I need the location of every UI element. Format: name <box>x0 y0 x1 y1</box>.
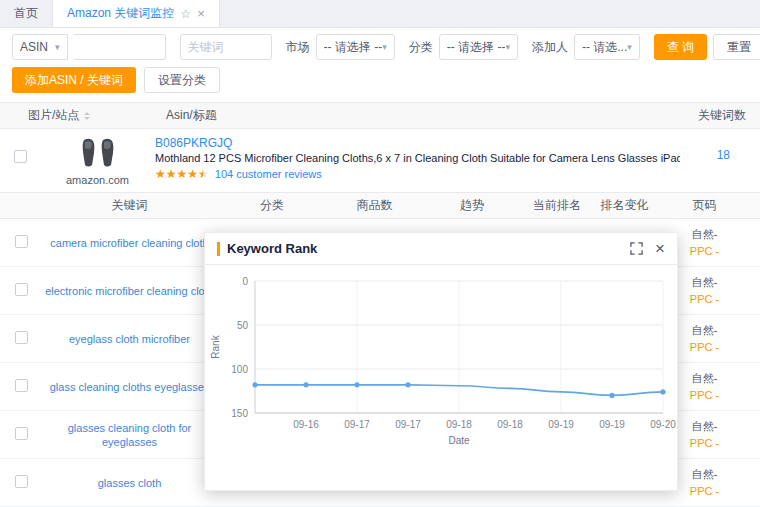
column-current-rank: 当前排名 <box>522 197 592 214</box>
svg-text:09-18: 09-18 <box>497 419 523 430</box>
column-rank-change: 排名变化 <box>592 197 657 214</box>
tab-close-icon[interactable]: × <box>197 7 205 20</box>
search-button[interactable]: 查 询 <box>654 34 707 60</box>
svg-text:0: 0 <box>242 276 248 287</box>
table-header: 图片/站点 Asin/标题 关键词数 <box>0 102 760 129</box>
market-select[interactable]: -- 请选择 -- ▾ <box>316 34 395 60</box>
svg-text:150: 150 <box>231 408 248 419</box>
site-label: amazon.com <box>40 174 155 186</box>
product-row: amazon.com B086PKRGJQ Mothland 12 PCS Mi… <box>0 129 760 193</box>
category-label: 分类 <box>409 39 433 56</box>
tab-label: Amazon 关键词监控 <box>67 5 174 22</box>
modal-close-icon[interactable]: × <box>655 240 665 257</box>
keyword-link[interactable]: glass cleaning cloths eyeglasses <box>50 381 210 393</box>
keyword-rank-modal: Keyword Rank × 05010015009-1609-1709-170… <box>204 232 678 491</box>
svg-text:09-18: 09-18 <box>446 419 472 430</box>
market-value: -- 请选择 -- <box>324 39 383 56</box>
keyword-link[interactable]: glasses cloth <box>98 477 162 489</box>
chevron-down-icon: ▾ <box>505 42 510 52</box>
row-checkbox[interactable] <box>15 235 28 248</box>
modal-header: Keyword Rank × <box>205 233 677 265</box>
owner-value: -- 请选... <box>582 39 627 56</box>
column-keyword: 关键词 <box>42 197 217 214</box>
row-checkbox[interactable] <box>15 331 28 344</box>
asin-type-select[interactable]: ASIN ▾ <box>12 34 68 60</box>
svg-text:50: 50 <box>237 320 249 331</box>
svg-text:100: 100 <box>231 364 248 375</box>
keyword-link[interactable]: glasses cleaning cloth for eyeglasses <box>68 422 192 448</box>
column-product-count: 商品数 <box>327 197 422 214</box>
svg-text:Date: Date <box>448 435 470 446</box>
product-image[interactable] <box>75 136 121 170</box>
keyword-link[interactable]: eyeglass cloth microfiber <box>69 333 190 345</box>
rating-stars: ★★★★★ ★★★★★ <box>155 168 209 180</box>
owner-select[interactable]: -- 请选... ▾ <box>574 34 640 60</box>
owner-label: 添加人 <box>532 39 568 56</box>
keyword-input[interactable] <box>180 34 272 60</box>
chevron-down-icon: ▾ <box>55 42 60 52</box>
modal-accent-bar <box>217 242 220 256</box>
svg-text:09-17: 09-17 <box>395 419 421 430</box>
keyword-link[interactable]: camera microfiber cleaning cloth <box>50 237 208 249</box>
modal-title: Keyword Rank <box>227 241 630 256</box>
svg-text:09-17: 09-17 <box>344 419 370 430</box>
chevron-down-icon: ▾ <box>627 42 632 52</box>
product-title: Mothland 12 PCS Microfiber Cleaning Clot… <box>155 152 680 164</box>
row-checkbox[interactable] <box>15 379 28 392</box>
row-checkbox[interactable] <box>15 283 28 296</box>
chevron-down-icon: ▾ <box>382 42 387 52</box>
keyword-count-link[interactable]: 18 <box>717 148 730 162</box>
tab-home[interactable]: 首页 <box>0 0 52 27</box>
category-select[interactable]: -- 请选择 -- ▾ <box>439 34 518 60</box>
tab-amazon-keyword-monitor[interactable]: Amazon 关键词监控 ☆ × <box>52 0 220 27</box>
fullscreen-icon[interactable] <box>630 242 643 255</box>
column-keyword-count: 关键词数 <box>670 107 760 124</box>
asin-input[interactable] <box>74 34 166 60</box>
column-trend: 趋势 <box>422 197 522 214</box>
svg-text:Rank: Rank <box>210 334 221 358</box>
column-image-site[interactable]: 图片/站点 <box>0 107 150 124</box>
asin-link[interactable]: B086PKRGJQ <box>155 136 680 150</box>
add-asin-keyword-button[interactable]: 添加ASIN / 关键词 <box>12 67 136 93</box>
row-checkbox[interactable] <box>14 150 27 163</box>
reset-button[interactable]: 重置 <box>713 34 760 60</box>
keyword-table-header: 关键词 分类 商品数 趋势 当前排名 排名变化 页码 <box>0 193 760 219</box>
toolbar: 添加ASIN / 关键词 设置分类 <box>0 64 760 102</box>
category-value: -- 请选择 -- <box>447 39 506 56</box>
svg-text:09-16: 09-16 <box>293 419 319 430</box>
sort-icon[interactable] <box>84 112 90 120</box>
column-category: 分类 <box>217 197 327 214</box>
column-page: 页码 <box>657 197 752 214</box>
tab-bar: 首页 Amazon 关键词监控 ☆ × <box>0 0 760 28</box>
svg-text:09-19: 09-19 <box>548 419 574 430</box>
row-checkbox[interactable] <box>15 475 28 488</box>
svg-text:09-20: 09-20 <box>650 419 676 430</box>
rank-line-chart: 05010015009-1609-1709-1709-1809-1809-190… <box>205 265 677 461</box>
row-checkbox[interactable] <box>15 427 28 440</box>
favorite-star-icon[interactable]: ☆ <box>180 7 191 21</box>
filter-bar: ASIN ▾ 市场 -- 请选择 -- ▾ 分类 -- 请选择 -- ▾ 添加人… <box>0 28 760 64</box>
svg-text:09-19: 09-19 <box>599 419 625 430</box>
keyword-link[interactable]: electronic microfiber cleaning cloth <box>45 285 214 297</box>
set-category-button[interactable]: 设置分类 <box>144 67 220 93</box>
asin-type-value: ASIN <box>20 40 48 54</box>
reviews-link[interactable]: 104 customer reviews <box>215 168 322 180</box>
column-asin-title: Asin/标题 <box>150 107 670 124</box>
market-label: 市场 <box>286 39 310 56</box>
